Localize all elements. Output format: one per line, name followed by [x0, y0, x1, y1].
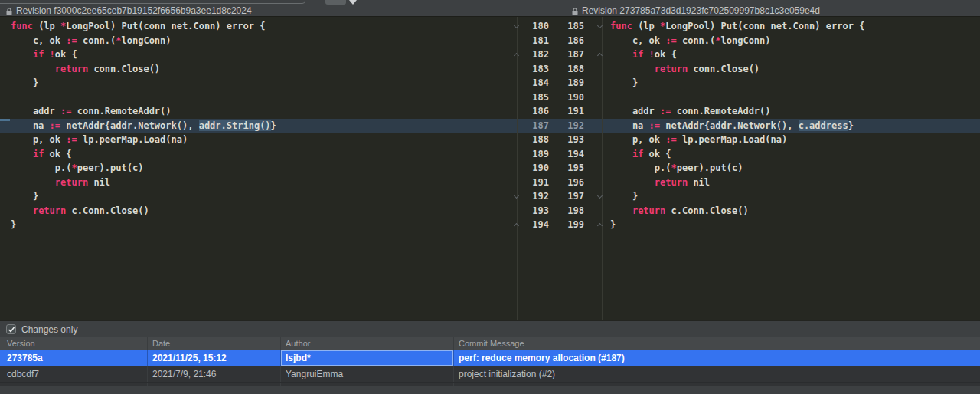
gutter-row: 185190: [518, 90, 602, 105]
old-line-number: 184: [518, 76, 549, 90]
code-line: p.(*peer).put(c): [0, 161, 517, 176]
code-line: func (lp *LongPool) Put(conn net.Conn) e…: [603, 19, 980, 34]
new-line-number: 194: [554, 147, 584, 162]
old-line-number: 183: [518, 62, 549, 77]
cell-version: 273785a: [0, 350, 147, 366]
column-header-version[interactable]: Version: [0, 337, 147, 350]
fold-up-icon[interactable]: [597, 223, 603, 228]
new-line-number: 187: [554, 48, 584, 62]
code-line: return conn.Close(): [0, 62, 517, 77]
code-line: p, ok := lp.peerMap.Load(na): [603, 133, 980, 147]
old-line-number: 186: [518, 104, 549, 119]
code-line: return nil: [0, 176, 517, 190]
old-line-number: 189: [518, 147, 549, 162]
history-table-header: VersionDateAuthorCommit Message: [0, 337, 980, 350]
new-line-number: 192: [554, 119, 584, 133]
lock-icon: [572, 8, 578, 15]
old-line-number: 185: [518, 90, 549, 105]
new-line-number: 198: [554, 204, 584, 218]
old-line-number: 194: [518, 218, 549, 232]
old-line-number: 182: [518, 48, 549, 62]
new-line-number: 189: [554, 76, 584, 90]
bottom-status-bar: [0, 386, 980, 394]
code-line: if !ok {: [603, 48, 980, 62]
cell-version: cdbcdf7: [0, 366, 147, 382]
new-line-number: 197: [554, 189, 584, 204]
code-line: na := netAddr{addr.Network(), c.address}: [603, 119, 980, 133]
gutter-row: 180185: [518, 19, 602, 34]
change-marker: [0, 119, 10, 121]
cell-message: project initialization (#2): [453, 366, 980, 382]
gutter-row: 184189: [518, 76, 602, 90]
gutter-row: 189194: [518, 147, 602, 162]
gutter-row: 181186: [518, 34, 602, 48]
left-editor-pane[interactable]: func (lp *LongPool) Put(conn net.Conn) e…: [0, 17, 517, 320]
code-line: return conn.Close(): [603, 62, 980, 77]
new-line-number: 195: [554, 161, 584, 176]
code-line: p, ok := lp.peerMap.Load(na): [0, 133, 517, 147]
new-line-number: 199: [554, 218, 584, 232]
old-line-number: 192: [518, 189, 549, 204]
gutter-row: 194199: [518, 218, 602, 232]
cell-author: YangruiEmma: [280, 366, 453, 382]
code-line: p.(*peer).put(c): [603, 161, 980, 176]
old-line-number: 193: [518, 204, 549, 218]
diff-line-number-gutter: 1801851811861821871831881841891851901861…: [517, 17, 603, 320]
cutoff-button[interactable]: [325, 0, 346, 5]
cell-date: 2021/11/25, 15:12: [147, 350, 280, 366]
gutter-row: 191196: [518, 176, 602, 190]
code-line: na := netAddr{addr.Network(), addr.Strin…: [0, 119, 517, 133]
code-line: [603, 90, 980, 105]
fold-down-icon[interactable]: [597, 193, 603, 199]
old-line-number: 190: [518, 161, 549, 176]
new-line-number: 188: [554, 62, 584, 77]
column-header-date[interactable]: Date: [147, 337, 280, 350]
new-line-number: 196: [554, 176, 584, 190]
code-line: }: [603, 76, 980, 90]
code-line: if !ok {: [0, 48, 517, 62]
code-line: }: [603, 218, 980, 232]
code-line: }: [0, 189, 517, 204]
code-line: }: [0, 218, 517, 232]
right-revision-title: Revision 273785a73d3d1923fc702509997b8c1…: [582, 5, 820, 16]
diff-viewer-window: Revision f3000c2ee65ceb7b19152f6656b9a3e…: [0, 0, 980, 394]
code-line: return c.Conn.Close(): [603, 204, 980, 218]
version-history-table: VersionDateAuthorCommit Message 273785a2…: [0, 337, 980, 386]
column-header-author[interactable]: Author: [280, 337, 453, 350]
gutter-row: 187192: [518, 119, 602, 133]
new-line-number: 191: [554, 104, 584, 119]
changes-only-label: Changes only: [21, 324, 77, 335]
cell-date: 2021/7/9, 21:46: [147, 366, 280, 382]
history-row-273785a[interactable]: 273785a2021/11/25, 15:12lsjbd*perf: redu…: [0, 350, 980, 366]
fold-down-icon[interactable]: [597, 23, 603, 28]
code-line: if ok {: [603, 147, 980, 162]
gutter-row: 192197: [518, 189, 602, 204]
code-line: c, ok := conn.(*longConn): [0, 34, 517, 48]
new-line-number: 190: [554, 90, 584, 105]
old-line-number: 191: [518, 176, 549, 190]
left-revision-header: Revision f3000c2ee65ceb7b19152f6656b9a3e…: [6, 5, 252, 16]
gutter-row: 183188: [518, 62, 602, 77]
fold-up-icon[interactable]: [597, 53, 603, 58]
cell-message: perf: reduce memory allocation (#187): [453, 350, 980, 366]
code-line: return c.Conn.Close(): [0, 204, 517, 218]
code-line: [0, 90, 517, 105]
old-line-number: 187: [518, 119, 549, 133]
top-toolbar-cutoff: [0, 0, 980, 5]
old-line-number: 180: [518, 19, 549, 34]
gutter-row: 193198: [518, 204, 602, 218]
changes-only-checkbox[interactable]: [6, 324, 16, 334]
chevron-down-icon[interactable]: [349, 0, 357, 5]
code-line: addr := conn.RemoteAddr(): [0, 104, 517, 119]
code-line: c, ok := conn.(*longConn): [603, 34, 980, 48]
code-line: addr := conn.RemoteAddr(): [603, 104, 980, 119]
code-line: }: [0, 76, 517, 90]
column-header-commit-message[interactable]: Commit Message: [453, 337, 980, 350]
gutter-row: 186191: [518, 104, 602, 119]
right-editor-pane[interactable]: func (lp *LongPool) Put(conn net.Conn) e…: [603, 17, 980, 320]
new-line-number: 193: [554, 133, 584, 147]
history-row-cdbcdf7[interactable]: cdbcdf72021/7/9, 21:46YangruiEmmaproject…: [0, 366, 980, 383]
cutoff-input-field[interactable]: [0, 0, 305, 4]
diff-area: func (lp *LongPool) Put(conn net.Conn) e…: [0, 17, 980, 320]
code-line: func (lp *LongPool) Put(conn net.Conn) e…: [0, 19, 517, 34]
